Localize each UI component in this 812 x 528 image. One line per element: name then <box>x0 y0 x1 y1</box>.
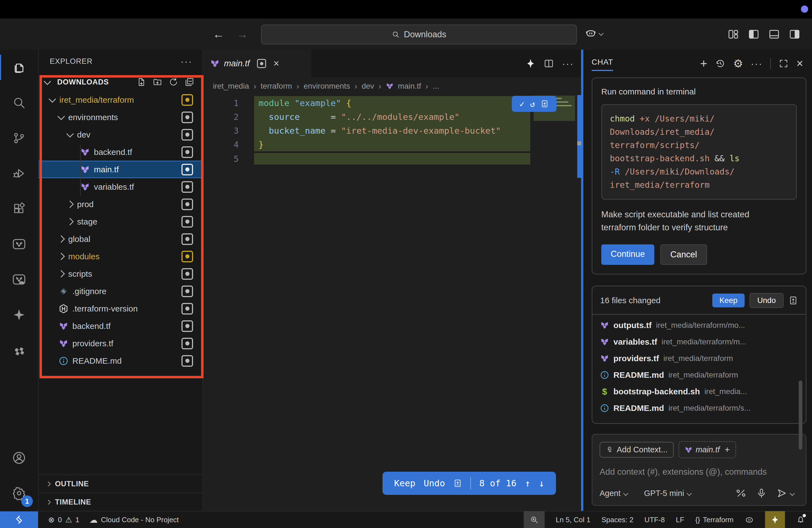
panel-resize-sash[interactable] <box>581 50 583 511</box>
editor-more-actions-icon[interactable]: ··· <box>562 58 574 69</box>
agent-mode-picker[interactable]: Agent <box>599 489 632 498</box>
chat-input-placeholder[interactable]: Add context (#), extensions (@), command… <box>599 467 798 477</box>
gear-icon[interactable]: ⚙ <box>733 57 743 70</box>
changed-file-row[interactable]: $ bootstrap-backend.sh iret_media... <box>600 383 798 400</box>
split-editor-icon[interactable] <box>544 59 554 69</box>
activity-terraform[interactable] <box>0 226 39 262</box>
command-center-search[interactable]: Downloads <box>261 25 577 44</box>
undo-button[interactable]: Undo <box>424 478 445 488</box>
tree-item-gitignore[interactable]: .gitignore <box>39 282 202 300</box>
close-icon[interactable]: × <box>273 58 279 69</box>
tree-item-backend-tf[interactable]: backend.tf <box>39 143 202 161</box>
tree-item-iret-media-terraform[interactable]: iret_media/terraform <box>39 91 202 108</box>
more-actions-icon[interactable]: ··· <box>180 56 192 67</box>
section-downloads[interactable]: DOWNLOADS <box>39 73 202 91</box>
nav-forward-icon[interactable]: → <box>236 28 248 41</box>
encoding[interactable]: UTF-8 <box>644 516 665 524</box>
refresh-icon[interactable] <box>169 77 178 87</box>
breadcrumb-item[interactable]: terraform <box>261 82 292 91</box>
changed-file-row[interactable]: README.md iret_media/terraform <box>600 367 798 383</box>
accounts-button[interactable] <box>0 440 39 475</box>
tree-item-prod[interactable]: prod <box>39 195 202 213</box>
remote-indicator[interactable] <box>0 511 38 528</box>
tab-main-tf[interactable]: main.tf × <box>203 50 311 77</box>
breadcrumb-item[interactable]: ... <box>433 82 439 91</box>
add-context-button[interactable]: Add Context... <box>599 442 673 458</box>
tree-item-readme-md[interactable]: README.md <box>39 352 202 369</box>
activity-extensions[interactable] <box>0 191 39 226</box>
code-editor[interactable]: 1 module "example" { 2 source = "../../m… <box>203 95 581 511</box>
changed-file-row[interactable]: README.md iret_media/terraform/s... <box>600 400 798 416</box>
continue-button[interactable]: Continue <box>601 245 654 265</box>
changed-file-row[interactable]: providers.tf iret_media/terraform <box>600 350 798 367</box>
indentation[interactable]: Spaces: 2 <box>601 516 634 524</box>
tree-item-modules[interactable]: modules <box>39 248 202 265</box>
tree-item-dev[interactable]: dev <box>39 126 202 143</box>
copilot-status-icon[interactable] <box>744 515 754 524</box>
eol-sequence[interactable]: LF <box>676 516 684 524</box>
timeline-section[interactable]: TIMELINE <box>39 493 202 511</box>
new-chat-icon[interactable]: + <box>700 57 707 70</box>
collapse-all-icon[interactable] <box>185 77 194 87</box>
breadcrumb-item[interactable]: environments <box>304 82 350 91</box>
tree-item-scripts[interactable]: scripts <box>39 265 202 282</box>
model-picker[interactable]: GPT-5 mini <box>644 489 695 498</box>
tree-item-variables-tf[interactable]: variables.tf <box>39 178 202 195</box>
activity-terraform-cloud[interactable] <box>0 262 39 297</box>
gemini-status-button[interactable] <box>765 511 785 528</box>
tree-item-stage[interactable]: stage <box>39 213 202 230</box>
maximize-icon[interactable] <box>779 59 788 69</box>
breadcrumb-item[interactable]: dev <box>362 82 374 91</box>
microphone-icon[interactable] <box>756 488 767 498</box>
minimap[interactable] <box>534 95 577 511</box>
tree-item-terraform-version[interactable]: .terraform-version <box>39 300 202 317</box>
notifications-bell[interactable] <box>796 515 806 524</box>
new-folder-icon[interactable] <box>153 77 162 87</box>
tree-item-environments[interactable]: environments <box>39 108 202 126</box>
tree-item-providers-tf[interactable]: providers.tf <box>39 335 202 352</box>
outline-section[interactable]: OUTLINE <box>39 474 202 493</box>
next-change-icon[interactable]: ↓ <box>539 478 544 489</box>
close-icon[interactable]: × <box>796 57 803 70</box>
chat-more-actions-icon[interactable]: ··· <box>751 58 763 69</box>
changed-file-row[interactable]: outputs.tf iret_media/terraform/mo... <box>600 317 798 334</box>
settings-button[interactable]: 1 <box>0 475 39 511</box>
toggle-panel-icon[interactable] <box>768 28 780 40</box>
scrollbar-thumb[interactable] <box>799 381 802 450</box>
activity-source-control[interactable] <box>0 120 39 156</box>
copilot-edits-sparkle-icon[interactable] <box>526 59 536 69</box>
tools-icon[interactable] <box>736 488 746 498</box>
copilot-menu[interactable] <box>585 27 607 39</box>
add-icon[interactable]: + <box>725 444 730 455</box>
accept-change-icon[interactable]: ✓ <box>520 99 524 109</box>
cancel-button[interactable]: Cancel <box>661 245 707 265</box>
cloud-code-status[interactable]: ☁ Cloud Code - No Project <box>89 515 179 525</box>
activity-explorer[interactable] <box>0 50 39 85</box>
undo-all-button[interactable]: Undo <box>750 293 784 308</box>
activity-search[interactable] <box>0 85 39 120</box>
scrollbar-thumb[interactable] <box>577 142 581 145</box>
view-changes-icon[interactable] <box>788 296 798 305</box>
new-file-icon[interactable] <box>137 77 146 87</box>
context-chip-main-tf[interactable]: main.tf + <box>679 441 736 458</box>
send-button[interactable] <box>777 488 798 498</box>
discard-change-icon[interactable]: ↺ <box>530 99 535 109</box>
breadcrumb-item[interactable]: main.tf <box>398 82 421 91</box>
go-to-file-icon[interactable] <box>453 479 462 488</box>
activity-cloud-code[interactable] <box>0 333 39 368</box>
activity-gemini[interactable] <box>0 297 39 333</box>
chat-input-card[interactable]: Add Context... main.tf + Add context (#)… <box>592 434 807 506</box>
language-mode[interactable]: {} Terraform <box>695 516 734 524</box>
go-to-file-icon[interactable] <box>540 100 549 108</box>
changed-file-row[interactable]: variables.tf iret_media/terraform/m... <box>600 334 798 350</box>
keep-button[interactable]: Keep <box>394 478 416 488</box>
keep-all-button[interactable]: Keep <box>712 294 744 307</box>
tree-item-main-tf[interactable]: main.tf <box>39 161 202 178</box>
tree-item-backend-tf-root[interactable]: backend.tf <box>39 317 202 335</box>
problems-indicator[interactable]: ⊗ 0 ⚠ 1 <box>48 515 79 524</box>
zoom-indicator[interactable] <box>524 511 545 528</box>
nav-back-icon[interactable]: ← <box>213 28 224 41</box>
toggle-primary-sidebar-icon[interactable] <box>748 28 759 40</box>
tree-item-global[interactable]: global <box>39 230 202 248</box>
cursor-position[interactable]: Ln 5, Col 1 <box>556 516 591 524</box>
